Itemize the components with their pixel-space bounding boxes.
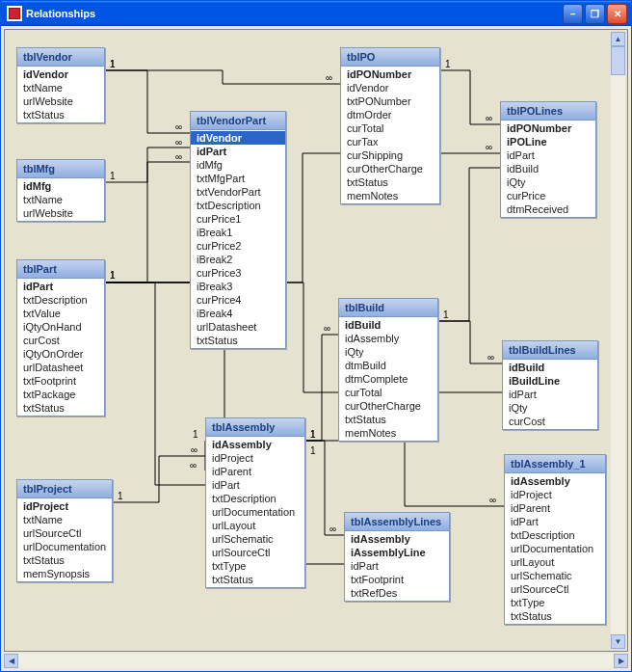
field[interactable]: txtDescription	[505, 528, 605, 542]
table-header[interactable]: tblBuild	[339, 299, 437, 317]
field[interactable]: curPrice2	[191, 239, 285, 253]
titlebar[interactable]: Relationships – ❐ ✕	[1, 1, 631, 26]
field[interactable]: iQty	[503, 401, 597, 415]
field[interactable]: urlSchematic	[505, 569, 605, 582]
field[interactable]: txtName	[17, 513, 112, 526]
field[interactable]: urlWebsite	[17, 206, 104, 220]
table-header[interactable]: tblPO	[341, 48, 439, 67]
table-header[interactable]: tblAssembly	[206, 418, 304, 437]
table-header[interactable]: tblPart	[17, 260, 104, 279]
field[interactable]: idAssembly	[345, 532, 449, 546]
table-header[interactable]: tblAssembly_1	[505, 455, 605, 473]
field[interactable]: idPart	[501, 148, 595, 162]
table-header[interactable]: tblVendorPart	[191, 112, 285, 130]
field[interactable]: iQtyOnHand	[17, 320, 104, 334]
field[interactable]: dtmBuild	[339, 359, 437, 372]
table-tblPOLines[interactable]: tblPOLinesidPONumberiPOLineidPartidBuild…	[500, 101, 596, 218]
field[interactable]: curOtherCharge	[339, 399, 437, 413]
field[interactable]: curTotal	[339, 386, 437, 399]
scroll-left-arrow[interactable]: ◀	[4, 654, 18, 668]
field[interactable]: idVendor	[341, 81, 439, 94]
field[interactable]: idVendor	[17, 67, 104, 81]
scroll-right-arrow[interactable]: ▶	[614, 654, 628, 668]
field[interactable]: curPrice	[501, 189, 595, 202]
field[interactable]: idProject	[206, 451, 304, 465]
table-tblAssemblyLines[interactable]: tblAssemblyLinesidAssemblyiAssemblyLinei…	[344, 512, 450, 602]
field[interactable]: urlSourceCtl	[206, 546, 304, 559]
field[interactable]: idPart	[503, 388, 597, 401]
field[interactable]: idAssembly	[206, 438, 304, 451]
field[interactable]: urlSourceCtl	[17, 526, 112, 540]
field[interactable]: txtType	[206, 559, 304, 573]
field[interactable]: txtDescription	[206, 492, 304, 505]
field[interactable]: memNotes	[341, 189, 439, 202]
field[interactable]: idPart	[206, 478, 304, 492]
field[interactable]: txtStatus	[341, 175, 439, 189]
field[interactable]: txtStatus	[17, 401, 104, 415]
field[interactable]: iBreak3	[191, 280, 285, 293]
field[interactable]: idAssembly	[505, 474, 605, 488]
field[interactable]: txtStatus	[505, 609, 605, 623]
vertical-scrollbar[interactable]: ▲ ▼	[611, 32, 625, 649]
table-header[interactable]: tblAssemblyLines	[345, 513, 449, 531]
table-tblAssembly_1[interactable]: tblAssembly_1idAssemblyidProjectidParent…	[504, 454, 606, 625]
field[interactable]: urlDatasheet	[17, 361, 104, 374]
field[interactable]: idProject	[505, 488, 605, 501]
field[interactable]: txtFootprint	[345, 573, 449, 586]
field[interactable]: iQtyOnOrder	[17, 347, 104, 361]
field[interactable]: idVendor	[191, 131, 285, 145]
table-tblVendorPart[interactable]: tblVendorPartidVendoridPartidMfgtxtMfgPa…	[190, 111, 286, 349]
table-header[interactable]: tblBuildLines	[503, 341, 597, 360]
field[interactable]: txtStatus	[339, 413, 437, 426]
field[interactable]: idParent	[505, 501, 605, 515]
field[interactable]: idPONumber	[501, 121, 595, 135]
field[interactable]: urlDocumentation	[17, 540, 112, 553]
field[interactable]: urlDatasheet	[191, 320, 285, 334]
field[interactable]: idBuild	[501, 162, 595, 175]
field[interactable]: txtStatus	[191, 334, 285, 347]
field[interactable]: idPart	[191, 145, 285, 158]
field[interactable]: urlLayout	[505, 555, 605, 569]
field[interactable]: curTotal	[341, 121, 439, 135]
field[interactable]: iQty	[339, 345, 437, 359]
field[interactable]: txtStatus	[17, 553, 112, 567]
field[interactable]: urlSourceCtl	[505, 582, 605, 596]
field[interactable]: memNotes	[339, 426, 437, 440]
field[interactable]: txtDescription	[191, 199, 285, 212]
field[interactable]: iQty	[501, 175, 595, 189]
field[interactable]: urlLayout	[206, 519, 304, 532]
field[interactable]: urlSchematic	[206, 532, 304, 546]
field[interactable]: curTax	[341, 135, 439, 148]
field[interactable]: txtPONumber	[341, 94, 439, 108]
table-tblBuildLines[interactable]: tblBuildLinesidBuildiBuildLineidPartiQty…	[502, 340, 598, 430]
table-header[interactable]: tblMfg	[17, 160, 104, 178]
field[interactable]: idPart	[505, 515, 605, 528]
diagram-canvas[interactable]: tblVendoridVendortxtNameurlWebsitetxtSta…	[4, 29, 628, 652]
field[interactable]: txtType	[505, 596, 605, 609]
table-tblVendor[interactable]: tblVendoridVendortxtNameurlWebsitetxtSta…	[16, 47, 105, 123]
field[interactable]: urlWebsite	[17, 94, 104, 108]
field[interactable]: txtRefDes	[345, 586, 449, 600]
field[interactable]: idBuild	[503, 361, 597, 374]
table-tblMfg[interactable]: tblMfgidMfgtxtNameurlWebsite	[16, 159, 105, 222]
close-button[interactable]: ✕	[607, 4, 627, 24]
field[interactable]: idProject	[17, 499, 112, 513]
horizontal-scrollbar[interactable]: ◀ ▶	[4, 654, 628, 668]
scroll-up-arrow[interactable]: ▲	[611, 32, 625, 46]
scroll-down-arrow[interactable]: ▼	[611, 634, 625, 649]
field[interactable]: txtDescription	[17, 293, 104, 307]
field[interactable]: dtmReceived	[501, 202, 595, 216]
field[interactable]: memSynopsis	[17, 567, 112, 580]
table-header[interactable]: tblVendor	[17, 48, 104, 67]
field[interactable]: idMfg	[191, 158, 285, 172]
field[interactable]: idPart	[17, 280, 104, 293]
field[interactable]: urlDocumentation	[505, 542, 605, 555]
field[interactable]: idParent	[206, 465, 304, 478]
table-tblBuild[interactable]: tblBuildidBuildidAssemblyiQtydtmBuilddtm…	[338, 298, 438, 442]
field[interactable]: txtVendorPart	[191, 185, 285, 199]
scroll-thumb[interactable]	[611, 46, 625, 75]
field[interactable]: txtStatus	[17, 108, 104, 121]
table-tblPart[interactable]: tblPartidParttxtDescriptiontxtValueiQtyO…	[16, 259, 105, 417]
field[interactable]: iBreak2	[191, 253, 285, 266]
field[interactable]: iPOLine	[501, 135, 595, 148]
